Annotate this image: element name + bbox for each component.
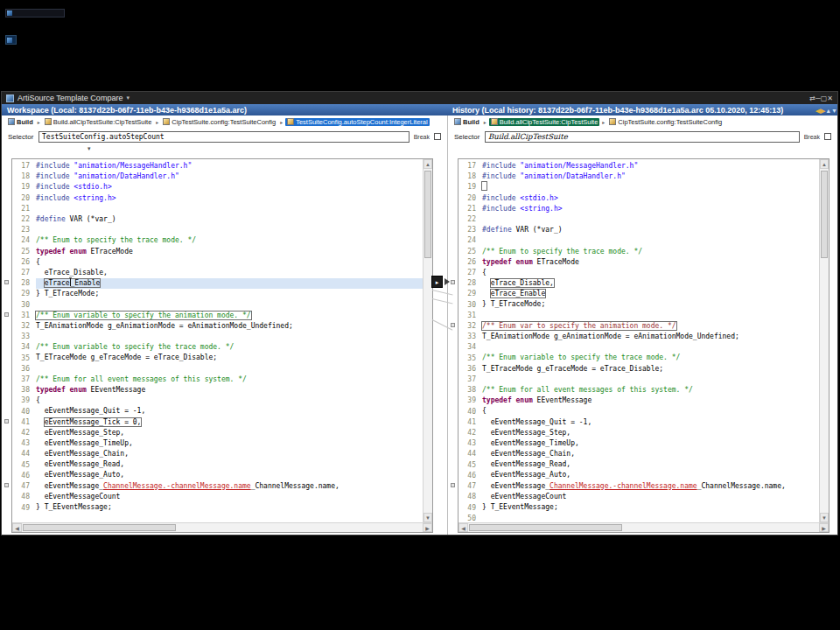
code-line[interactable]: #include <string.h>: [36, 193, 423, 204]
close-icon[interactable]: ✕: [827, 94, 833, 102]
code-line[interactable]: #define VAR (*var_): [482, 225, 819, 235]
code-line[interactable]: eTrace_Disable,: [36, 268, 423, 278]
scroll-down-icon[interactable]: ▼: [424, 513, 432, 522]
code-line[interactable]: } T_EEventMessage;: [36, 502, 423, 513]
code-line[interactable]: typedef enum EEventMessage: [36, 385, 423, 396]
code-line[interactable]: T_ETraceMode g_eTraceMode = eTrace_Disab…: [482, 364, 819, 374]
code-line[interactable]: [482, 214, 819, 225]
code-line[interactable]: eEventMessage_Quit = -1,: [36, 406, 423, 416]
change-marker[interactable]: [4, 419, 9, 424]
change-marker[interactable]: [4, 483, 9, 487]
code-line[interactable]: /** Enum variable to specify the animati…: [36, 311, 423, 321]
change-marker[interactable]: [451, 483, 455, 487]
code-line[interactable]: eEventMessageCount: [482, 492, 819, 502]
breadcrumb-item[interactable]: Build: [452, 118, 481, 126]
code-line[interactable]: [482, 235, 819, 246]
code-line[interactable]: /** Enum for all event messages of this …: [482, 385, 819, 396]
left-code[interactable]: #include "animation/MessageHandler.h"#in…: [33, 159, 423, 522]
code-line[interactable]: eEventMessageCount: [36, 492, 423, 502]
code-line[interactable]: eEventMessage_Step,: [482, 428, 819, 438]
scroll-up-icon[interactable]: ▲: [820, 159, 829, 169]
breadcrumb-item[interactable]: Build: [6, 118, 35, 126]
code-line[interactable]: eEventMessage_Quit = -1,: [482, 417, 819, 428]
code-line[interactable]: eEventMessage_Auto,: [36, 470, 423, 480]
code-line[interactable]: [482, 182, 819, 192]
code-line[interactable]: eEventMessage_TimeUp,: [482, 438, 819, 449]
change-marker[interactable]: [451, 323, 455, 327]
break-checkbox[interactable]: [824, 133, 831, 140]
code-line[interactable]: [36, 225, 423, 235]
left-vertical-scrollbar[interactable]: ▲ ▼: [423, 159, 432, 522]
view-menu-icon[interactable]: ▾: [126, 94, 130, 102]
left-horizontal-scrollbar[interactable]: ◀ ▶: [12, 522, 432, 532]
code-line[interactable]: [36, 204, 423, 214]
change-marker[interactable]: [4, 312, 9, 317]
scroll-thumb[interactable]: [23, 524, 176, 531]
scroll-thumb[interactable]: [424, 171, 431, 258]
breadcrumb-item[interactable]: TestSuiteConfig.autoStepCount:IntegerLit…: [285, 118, 430, 126]
scroll-left-icon[interactable]: ◀: [458, 523, 468, 532]
code-line[interactable]: eEventMessage_Read,: [482, 459, 819, 470]
code-line[interactable]: eTrace_Disable,: [482, 278, 819, 289]
code-line[interactable]: #include <stdio.h>: [482, 193, 819, 204]
code-line[interactable]: [36, 332, 423, 342]
code-line[interactable]: #include "animation/MessageHandler.h": [36, 161, 423, 172]
code-line[interactable]: {: [482, 406, 819, 416]
breadcrumb-item[interactable]: Build.allCipTestSuite:CipTestSuite: [43, 118, 154, 126]
code-line[interactable]: /** Enum to specify the trace mode. */: [36, 235, 423, 246]
code-line[interactable]: /** Enum var to specify the animation mo…: [482, 321, 819, 332]
code-line[interactable]: eEventMessage_Tick = 0,: [36, 417, 423, 428]
code-line[interactable]: eTrace_Enable: [482, 289, 819, 299]
code-line[interactable]: } T_ETraceMode;: [36, 289, 423, 299]
left-editor[interactable]: 1718192021222324252627282930313233343536…: [11, 158, 433, 533]
code-line[interactable]: eEventMessage_Chain,: [482, 449, 819, 459]
code-line[interactable]: } T_EEventMessage;: [482, 502, 819, 513]
breadcrumb-item[interactable]: CipTestSuite.config:TestSuiteConfig: [161, 118, 277, 126]
code-line[interactable]: eEventMessage_ChannelMessage.-channelMes…: [482, 481, 819, 492]
code-line[interactable]: {: [482, 268, 819, 278]
code-line[interactable]: #include <string.h>: [482, 204, 819, 214]
next-diff-icon[interactable]: ▼: [831, 108, 837, 114]
selector-dropdown-icon[interactable]: ▾: [88, 145, 91, 152]
code-line[interactable]: /** Enum variable to specify the trace m…: [482, 353, 819, 363]
code-line[interactable]: typedef enum ETraceMode: [482, 257, 819, 268]
code-line[interactable]: [482, 342, 819, 353]
code-line[interactable]: #include "animation/MessageHandler.h": [482, 161, 819, 172]
scroll-thumb[interactable]: [821, 171, 828, 258]
code-line[interactable]: {: [36, 396, 423, 406]
breadcrumb-item[interactable]: CipTestSuite.config:TestSuiteConfig: [607, 118, 724, 126]
code-line[interactable]: eEventMessage_Read,: [36, 459, 423, 470]
code-line[interactable]: T_EAnimationMode g_eAnimationMode = eAni…: [482, 332, 819, 342]
code-line[interactable]: [36, 364, 423, 374]
change-marker[interactable]: [4, 280, 9, 284]
change-marker[interactable]: [451, 280, 455, 284]
code-line[interactable]: T_EAnimationMode g_eAnimationMode = eAni…: [36, 321, 423, 332]
code-line[interactable]: eEventMessage_ChannelMessage.-channelMes…: [36, 481, 423, 492]
code-line[interactable]: #include <stdio.h>: [36, 182, 423, 192]
code-line[interactable]: #include "animation/DataHandler.h": [36, 172, 423, 182]
code-line[interactable]: #include "animation/DataHandler.h": [482, 172, 819, 182]
right-horizontal-scrollbar[interactable]: ◀ ▶: [458, 522, 829, 532]
code-line[interactable]: eTrace_Enable: [36, 278, 423, 289]
code-line[interactable]: } T_ETraceMode;: [482, 299, 819, 310]
right-selector-input[interactable]: [485, 131, 800, 143]
breadcrumb-item[interactable]: Build.allCipTestSuite:CipTestSuite: [489, 118, 600, 126]
code-line[interactable]: #define VAR (*var_): [36, 214, 423, 225]
code-line[interactable]: [36, 299, 423, 310]
scroll-left-icon[interactable]: ◀: [12, 523, 22, 532]
code-line[interactable]: eEventMessage_Step,: [36, 428, 423, 438]
code-line[interactable]: eEventMessage_Chain,: [36, 449, 423, 459]
code-line[interactable]: /** Enum to specify the trace mode. */: [482, 247, 819, 257]
right-code[interactable]: #include "animation/MessageHandler.h"#in…: [480, 159, 819, 522]
break-checkbox[interactable]: [434, 133, 441, 140]
code-line[interactable]: [482, 374, 819, 385]
scroll-down-icon[interactable]: ▼: [820, 513, 829, 522]
copy-change-button[interactable]: ▸: [431, 276, 443, 288]
code-line[interactable]: eEventMessage_Auto,: [482, 470, 819, 480]
scroll-right-icon[interactable]: ▶: [819, 523, 829, 532]
code-line[interactable]: /** Enum for all event messages of this …: [36, 374, 423, 385]
code-line[interactable]: [482, 513, 819, 522]
code-line[interactable]: [482, 311, 819, 321]
code-line[interactable]: /** Enum variable to specify the trace m…: [36, 342, 423, 353]
scroll-right-icon[interactable]: ▶: [423, 523, 432, 532]
